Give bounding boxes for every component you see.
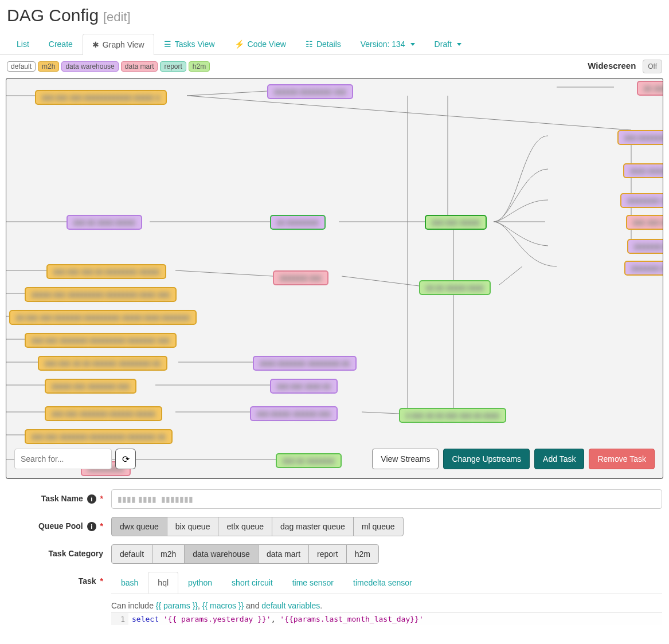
queue-opt-ml[interactable]: ml queue <box>353 517 404 536</box>
hint-macros-link[interactable]: {{ macros }} <box>202 601 244 610</box>
graph-node[interactable]: ▮▮▮ ▮▮▮▮▮ ▮▮▮▮▮▮ ▮▮▮ <box>250 406 338 421</box>
cat-opt-data-warehouse[interactable]: data warehouse <box>184 544 259 564</box>
hint-defaults-link[interactable]: default variables <box>261 601 320 610</box>
row-task: Task * bash hql python short circuit tim… <box>7 572 662 625</box>
graph-controls-left: ⟳ <box>14 449 136 469</box>
hint-params-link[interactable]: {{ params }} <box>156 601 198 610</box>
queue-opt-dwx[interactable]: dwx queue <box>111 517 167 536</box>
graph-node[interactable]: ▮▮▮▮ ▮▮▮▮▮ ▮▮▮ ▮▮▮ <box>623 163 663 178</box>
caret-icon <box>410 43 415 46</box>
tab-tasks-view[interactable]: ☰Tasks View <box>154 33 225 54</box>
tab-draft[interactable]: Draft <box>425 33 471 54</box>
graph-node[interactable]: ▮▮ ▮▮▮▮▮▮▮▮ <box>270 215 326 230</box>
queue-opt-etlx[interactable]: etlx queue <box>218 517 272 536</box>
nav-tabs: List Create ✱Graph View ☰Tasks View ⚡Cod… <box>0 33 669 55</box>
chip-report[interactable]: report <box>160 61 186 72</box>
queue-pool-group: dwx queue bix queue etlx queue dag maste… <box>111 517 662 536</box>
graph-node[interactable]: ▮▮▮ ▮▮▮ ▮▮ ▮▮ ▮▮▮▮▮▮ ▮▮▮▮▮▮▮▮ ▮▮ <box>38 356 167 371</box>
chip-data-mart[interactable]: data mart <box>121 61 158 72</box>
widescreen-label: Widescreen <box>588 61 636 70</box>
graph-node[interactable]: ▮▮▮ ▮▮ ▮▮▮▮ ▮▮▮▮▮ <box>66 215 142 230</box>
cat-opt-data-mart[interactable]: data mart <box>258 544 309 564</box>
graph-node[interactable]: ▮▮▮▮▮▮ ▮▮▮▮▮▮▮▮ ▮▮▮ <box>267 84 353 99</box>
required-mark: * <box>100 494 103 503</box>
graph-node[interactable]: ▮▮▮▮▮▮▮ ▮▮▮ <box>624 261 663 276</box>
task-hint: Can include {{ params }}, {{ macros }} a… <box>111 601 662 610</box>
tab-version[interactable]: Version: 134 <box>351 33 425 54</box>
task-name-label: Task Name <box>41 494 83 503</box>
chip-h2m[interactable]: h2m <box>189 61 210 72</box>
graph-node[interactable]: ▮ ▮▮▮ ▮▮ ▮▮ ▮▮▮ ▮▮▮ ▮▮ ▮▮▮▮ <box>399 408 506 423</box>
task-tab-python[interactable]: python <box>178 572 222 594</box>
task-tab-short-circuit[interactable]: short circuit <box>222 572 283 594</box>
caret-icon <box>457 43 461 46</box>
queue-pool-label: Queue Pool <box>38 521 83 531</box>
graph-node[interactable]: ▮▮▮ ▮▮▮ ▮▮▮▮▮▮▮ ▮▮▮▮▮▮ ▮▮▮▮▮ <box>45 406 162 421</box>
graph-node[interactable]: ▮▮ ▮▮ ▮▮▮▮▮ ▮▮▮▮ <box>419 280 491 295</box>
info-icon[interactable]: i <box>87 522 96 531</box>
widescreen-toggle[interactable]: Off <box>643 60 662 73</box>
list-icon: ☰ <box>164 40 171 49</box>
info-icon[interactable]: i <box>87 494 96 504</box>
edit-link[interactable]: [edit] <box>103 10 131 24</box>
tag-row: default m2h data warehouse data mart rep… <box>0 55 669 78</box>
graph-node[interactable]: ▮▮▮ ▮▮▮ ▮▮▮ ▮▮▮▮▮▮▮▮▮▮▮▮ ▮▮▮▮▮ ▮ <box>35 90 167 105</box>
queue-opt-dag-master[interactable]: dag master queue <box>272 517 354 536</box>
remove-task-button[interactable]: Remove Task <box>589 449 655 469</box>
graph-node[interactable]: ▮▮▮ ▮▮▮ ▮▮▮▮▮ <box>425 215 487 230</box>
change-upstreams-button[interactable]: Change Upstreams <box>443 449 530 469</box>
chip-default[interactable]: default <box>7 61 36 72</box>
task-tab-bash[interactable]: bash <box>111 572 148 594</box>
code-editor[interactable]: 1 select '{{ params.yesterday }}', '{{pa… <box>111 612 662 625</box>
view-streams-button[interactable]: View Streams <box>372 449 439 469</box>
search-input[interactable] <box>14 449 112 469</box>
task-name-input[interactable] <box>111 489 662 509</box>
graph-controls-right: View Streams Change Upstreams Add Task R… <box>372 449 655 469</box>
task-label: Task <box>79 576 96 586</box>
task-tab-hql[interactable]: hql <box>148 572 178 594</box>
gear-icon: ✱ <box>92 40 99 49</box>
row-task-name: Task Name i * <box>7 489 662 509</box>
refresh-button[interactable]: ⟳ <box>115 449 136 469</box>
task-category-label: Task Category <box>49 549 103 558</box>
graph-node[interactable]: ▮▮▮ ▮▮▮ ▮▮▮ <box>626 215 663 230</box>
task-tab-time-sensor[interactable]: time sensor <box>283 572 343 594</box>
graph-node[interactable]: ▮▮▮▮ ▮▮▮▮▮▮▮ ▮▮▮▮▮▮▮▮ ▮▮ <box>253 356 357 371</box>
cat-opt-report[interactable]: report <box>308 544 347 564</box>
tab-graph-view[interactable]: ✱Graph View <box>83 34 154 55</box>
graph-node[interactable]: ▮▮▮ ▮▮ ▮▮▮▮▮▮▮ <box>276 453 342 468</box>
tab-details[interactable]: ☷Details <box>296 33 351 54</box>
editor-line[interactable]: select '{{ params.yesterday }}', '{{para… <box>128 612 662 625</box>
graph-node[interactable]: ▮▮▮▮▮▮▮ ▮▮▮ ▮▮ ▮▮ <box>627 239 663 254</box>
graph-node[interactable]: ▮▮▮ ▮▮▮ ▮▮▮▮ ▮▮ <box>270 379 338 394</box>
graph-node[interactable]: ▮▮ ▮▮▮▮▮▮ ▮▮▮▮ <box>637 81 663 96</box>
add-task-button[interactable]: Add Task <box>534 449 584 469</box>
widescreen-toggle-wrap: Widescreen Off <box>588 60 662 73</box>
graph-node[interactable]: ▮▮▮ ▮▮▮ ▮▮▮▮▮▮▮ ▮▮▮▮▮▮▮▮▮ ▮▮▮▮▮▮▮ ▮▮ <box>25 429 173 444</box>
required-mark: * <box>100 576 103 586</box>
cat-opt-default[interactable]: default <box>111 544 152 564</box>
graph-node[interactable]: ▮▮▮ ▮▮▮▮▮▮▮ ▮▮ ▮▮▮ <box>617 130 663 145</box>
graph-node[interactable]: ▮▮▮ ▮▮▮ ▮▮▮▮▮▮▮ ▮▮▮▮▮▮▮▮▮ ▮▮▮▮▮▮▮ ▮▮▮ <box>25 333 177 348</box>
graph-node[interactable]: ▮▮▮▮▮▮▮ ▮▮▮ <box>273 270 328 285</box>
chip-m2h[interactable]: m2h <box>38 61 59 72</box>
details-icon: ☷ <box>306 40 313 49</box>
cat-opt-h2m[interactable]: h2m <box>346 544 379 564</box>
tab-list[interactable]: List <box>7 33 39 54</box>
editor-gutter: 1 <box>111 612 128 625</box>
cat-opt-m2h[interactable]: m2h <box>152 544 185 564</box>
queue-opt-bix[interactable]: bix queue <box>167 517 219 536</box>
graph-node[interactable]: ▮▮▮▮▮ ▮▮▮ ▮▮▮▮▮▮▮▮▮ ▮▮▮▮▮▮▮▮ ▮▮▮▮ ▮▮▮ <box>25 287 177 302</box>
tab-create[interactable]: Create <box>39 33 83 54</box>
graph-node[interactable]: ▮▮▮▮▮ ▮▮▮ ▮▮▮▮▮▮▮ ▮▮▮ <box>45 379 136 394</box>
row-task-category: Task Category default m2h data warehouse… <box>7 544 662 564</box>
page-title: DAG Config <box>7 6 99 25</box>
graph-node[interactable]: ▮▮▮ ▮▮▮ ▮▮▮ ▮▮ ▮▮▮▮▮▮▮▮ ▮▮▮▮▮ <box>46 264 166 279</box>
task-tab-timedelta-sensor[interactable]: timedelta sensor <box>343 572 422 594</box>
chip-data-warehouse[interactable]: data warehouse <box>61 61 118 72</box>
graph-node[interactable]: ▮▮▮▮▮▮▮▮ ▮▮▮▮▮▮▮▮ ▮▮▮ <box>620 193 663 208</box>
graph-panel[interactable]: ▮▮▮ ▮▮▮ ▮▮▮ ▮▮▮▮▮▮▮▮▮▮▮▮ ▮▮▮▮▮ ▮ ▮▮▮▮▮▮ … <box>6 78 663 479</box>
tab-code-view[interactable]: ⚡Code View <box>225 33 296 54</box>
graph-node[interactable]: ▮▮ ▮▮▮ ▮▮▮ ▮▮▮▮▮▮▮ ▮▮▮▮▮▮▮▮▮ ▮▮▮▮▮ ▮▮▮▮ … <box>9 310 197 325</box>
required-mark: * <box>100 521 103 531</box>
